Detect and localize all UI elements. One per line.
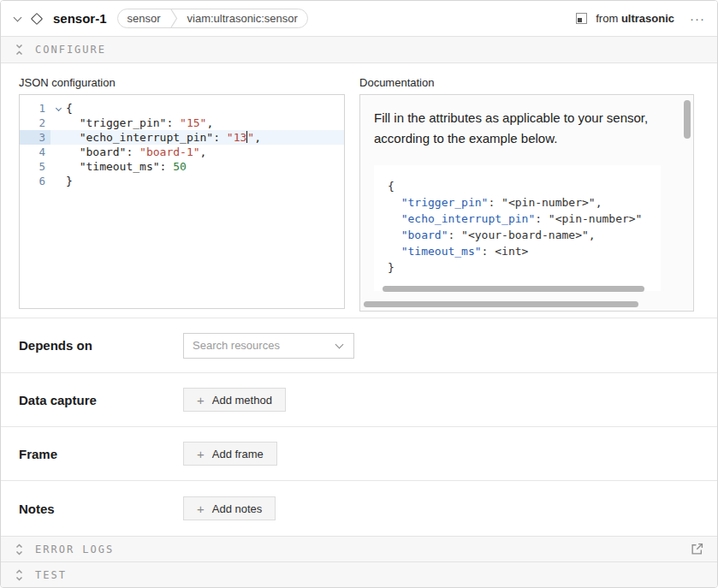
code-token: "15" <box>180 116 206 129</box>
from-module-text: from ultrasonic <box>596 12 674 25</box>
fold-chevron-icon[interactable] <box>50 101 66 116</box>
documentation-label: Documentation <box>359 76 694 89</box>
depends-on-row: Depends on <box>1 318 717 372</box>
badge-type-label: sensor <box>118 9 170 27</box>
error-logs-section-label: ERROR LOGS <box>35 543 114 555</box>
code-line: "board": "board-1", <box>66 145 206 159</box>
code-token: "trigger_pin" <box>401 196 489 209</box>
plus-icon: + <box>197 502 205 515</box>
code-token: { <box>66 102 73 115</box>
code-horizontal-scrollbar[interactable] <box>383 286 644 292</box>
module-name: ultrasonic <box>621 12 674 25</box>
code-token: "board" <box>80 146 127 158</box>
code-token: , <box>206 116 213 129</box>
notes-row: Notes + Add notes <box>1 480 717 536</box>
code-token <box>66 131 80 144</box>
documentation-column: Documentation Fill in the attributes as … <box>359 76 694 318</box>
data-capture-row: Data capture + Add method <box>1 372 717 426</box>
editor-line-1[interactable]: 1{ <box>20 101 344 116</box>
fold-gutter-spacer <box>50 174 66 188</box>
test-section-bar[interactable]: TEST <box>1 561 717 587</box>
code-token: , <box>254 131 261 144</box>
line-number: 6 <box>20 174 50 188</box>
code-token: : <box>126 146 139 158</box>
editor-line-6[interactable]: 6} <box>20 174 344 188</box>
overflow-menu-button[interactable]: ··· <box>690 15 705 23</box>
code-token: } <box>66 175 73 187</box>
code-line: { <box>66 101 73 116</box>
code-token: "echo_interrupt_pin" <box>401 212 536 225</box>
doc-code-lines: { "trigger_pin": "<pin-number>", "echo_i… <box>388 178 647 276</box>
code-token: { <box>388 180 395 193</box>
code-token: : "<pin-number>" <box>535 212 642 225</box>
add-notes-button-label: Add notes <box>212 502 263 515</box>
code-token: : <box>213 131 227 144</box>
module-icon <box>576 13 587 24</box>
component-name: sensor-1 <box>53 11 107 26</box>
json-config-label: JSON configuration <box>19 76 345 89</box>
depends-on-select[interactable] <box>183 333 354 359</box>
collapse-card-chevron-icon[interactable] <box>14 13 22 21</box>
badge-model-label: viam:ultrasonic:sensor <box>178 9 307 27</box>
add-method-button[interactable]: + Add method <box>183 388 286 412</box>
code-token <box>66 146 80 158</box>
code-token: "timeout_ms" <box>401 245 482 258</box>
code-token: : <int> <box>482 245 529 258</box>
doc-code-line: "trigger_pin": "<pin-number>", <box>388 194 647 211</box>
code-token <box>388 196 401 209</box>
line-number: 1 <box>20 101 50 116</box>
code-token: "timeout_ms" <box>80 160 160 173</box>
header-right: from ultrasonic ··· <box>576 12 705 25</box>
doc-code-line: "timeout_ms": <int> <box>388 243 647 259</box>
depends-on-label: Depends on <box>19 338 183 353</box>
chevron-down-icon[interactable] <box>335 340 344 348</box>
error-logs-section-bar[interactable]: ERROR LOGS <box>1 536 717 561</box>
fold-gutter-spacer <box>50 159 66 174</box>
code-token: "trigger_pin" <box>80 116 167 129</box>
code-token: "board" <box>401 229 448 241</box>
panel-horizontal-scrollbar[interactable] <box>364 301 638 307</box>
code-token <box>66 160 80 173</box>
code-line: "timeout_ms": 50 <box>66 159 187 174</box>
code-token: : "<pin-number>", <box>488 196 602 209</box>
code-token: : <box>166 116 180 129</box>
editor-line-3[interactable]: 3 "echo_interrupt_pin": "13", <box>20 130 344 145</box>
component-type-badge: sensor viam:ultrasonic:sensor <box>117 9 308 28</box>
add-frame-button[interactable]: + Add frame <box>183 442 277 466</box>
plus-icon: + <box>197 394 205 407</box>
test-section-label: TEST <box>35 569 67 581</box>
badge-separator-chevron-icon <box>170 9 178 28</box>
doc-code-line: } <box>388 259 647 276</box>
editor-line-2[interactable]: 2 "trigger_pin": "15", <box>20 116 344 130</box>
documentation-panel: Fill in the attributes as applicable to … <box>359 94 694 312</box>
configure-section-bar[interactable]: CONFIGURE <box>1 36 717 63</box>
line-number: 3 <box>20 130 50 145</box>
doc-vertical-scrollbar[interactable] <box>684 100 691 139</box>
component-config-card: sensor-1 sensor viam:ultrasonic:sensor f… <box>0 0 718 588</box>
component-header: sensor-1 sensor viam:ultrasonic:sensor f… <box>1 1 717 36</box>
module-icon-fill <box>578 18 582 22</box>
code-token <box>388 229 401 241</box>
fold-gutter-spacer <box>50 116 66 130</box>
doc-code-line: { <box>388 178 647 194</box>
configure-section-label: CONFIGURE <box>35 44 106 56</box>
expand-section-icon[interactable] <box>15 569 24 581</box>
json-editor[interactable]: 1{2 "trigger_pin": "15",3 "echo_interrup… <box>19 94 345 309</box>
doc-code-line: "echo_interrupt_pin": "<pin-number>" <box>388 211 647 227</box>
search-resources-input[interactable] <box>184 334 321 358</box>
frame-label: Frame <box>19 447 183 461</box>
sensor-component-icon <box>31 12 43 24</box>
code-line: "echo_interrupt_pin": "13", <box>66 130 261 145</box>
fold-gutter-spacer <box>50 130 66 145</box>
frame-row: Frame + Add frame <box>1 426 717 480</box>
editor-line-5[interactable]: 5 "timeout_ms": 50 <box>20 159 344 174</box>
collapse-section-icon[interactable] <box>15 44 24 56</box>
code-token <box>66 116 80 129</box>
editor-line-4[interactable]: 4 "board": "board-1", <box>20 145 344 159</box>
expand-section-icon[interactable] <box>15 543 24 555</box>
code-token: "echo_interrupt_pin" <box>80 131 214 144</box>
add-notes-button[interactable]: + Add notes <box>183 496 276 520</box>
code-token: 50 <box>173 160 187 173</box>
code-token: : "<your-board-name>", <box>448 229 595 241</box>
open-in-new-window-icon[interactable] <box>691 543 703 555</box>
